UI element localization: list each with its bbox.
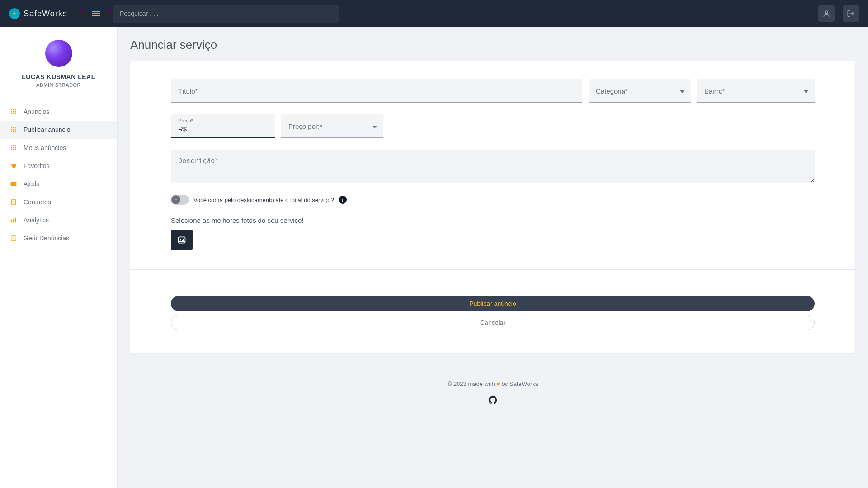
add-photo-button[interactable]: [171, 230, 193, 250]
chevron-down-icon: [804, 87, 808, 95]
github-link[interactable]: [487, 394, 498, 405]
sidebar-item-label: Contratos: [24, 198, 51, 206]
sidebar-item-contratos[interactable]: Contratos: [0, 193, 117, 211]
svg-point-3: [825, 11, 828, 14]
svg-rect-2: [92, 15, 100, 16]
divider: [130, 269, 855, 270]
chart-icon: [10, 216, 17, 224]
svg-rect-11: [11, 113, 12, 114]
github-icon: [488, 395, 498, 405]
svg-rect-18: [13, 129, 14, 131]
svg-rect-15: [13, 127, 14, 128]
titulo-input[interactable]: [171, 79, 582, 102]
logout-icon: [847, 9, 855, 18]
sidebar-item-denuncias[interactable]: Gerir Denúncias: [0, 229, 117, 247]
profile-button[interactable]: [818, 5, 835, 22]
flag-icon: [10, 235, 17, 242]
profile-role: ADMINISTRADOR: [9, 82, 108, 88]
svg-rect-38: [13, 219, 14, 222]
toggle-knob: [171, 195, 180, 204]
sidebar-item-label: Analytics: [24, 216, 49, 224]
svg-rect-17: [11, 129, 12, 131]
cancel-button[interactable]: Cancelar: [171, 315, 815, 330]
profile-block: LUCAS KUSMAN LEAL ADMINISTRADOR: [0, 27, 117, 99]
sidebar-item-label: Anúncios: [24, 108, 50, 115]
svg-rect-0: [92, 11, 100, 12]
bairro-select[interactable]: Bairro*: [697, 79, 815, 103]
page-title: Anunciar serviço: [130, 38, 855, 52]
user-icon: [822, 9, 830, 18]
sidebar: LUCAS KUSMAN LEAL ADMINISTRADOR Anúncios…: [0, 27, 118, 425]
brand-name: SafeWorks: [24, 9, 67, 19]
search-input[interactable]: [113, 5, 339, 23]
sidebar-item-favoritos[interactable]: Favoritos: [0, 157, 117, 175]
svg-rect-37: [11, 220, 12, 222]
titulo-field[interactable]: Título*: [171, 79, 582, 103]
profile-name: LUCAS KUSMAN LEAL: [9, 73, 108, 80]
sidebar-item-label: Favoritos: [24, 162, 50, 169]
categoria-select[interactable]: Categoria*: [589, 79, 691, 103]
sidebar-item-meus[interactable]: Meus anúncios: [0, 139, 117, 157]
svg-rect-13: [15, 113, 16, 114]
svg-rect-25: [15, 145, 16, 146]
info-icon[interactable]: i: [339, 196, 347, 204]
svg-rect-1: [92, 13, 100, 14]
deslocamento-label: Você cobra pelo deslocamento até o local…: [193, 197, 334, 203]
footer-prefix: © 2023 made with: [448, 380, 497, 387]
sidebar-item-ajuda[interactable]: Ajuda: [0, 175, 117, 193]
svg-rect-32: [11, 182, 16, 186]
preco-field[interactable]: Preço*: [171, 114, 275, 138]
publish-button[interactable]: Publicar anúncio: [171, 296, 815, 311]
logout-button[interactable]: [843, 5, 859, 22]
image-icon: [177, 235, 186, 244]
preco-input[interactable]: [171, 114, 275, 137]
svg-rect-28: [15, 147, 16, 149]
brand-logo[interactable]: SafeWorks: [9, 8, 86, 19]
deslocamento-row: Você cobra pelo deslocamento até o local…: [171, 195, 815, 205]
svg-rect-29: [11, 149, 12, 150]
svg-rect-21: [13, 131, 14, 132]
descricao-textarea[interactable]: [171, 150, 815, 183]
document-icon: [10, 198, 17, 206]
heart-icon: [10, 162, 17, 169]
svg-rect-10: [15, 111, 16, 113]
main-content: Anunciar serviço Título* Categoria* Bair…: [118, 27, 868, 425]
svg-rect-24: [13, 145, 14, 146]
precopor-select[interactable]: Preço por:*: [281, 114, 383, 138]
photos-title: Selecione as melhores fotos do seu servi…: [171, 216, 815, 224]
categoria-label: Categoria*: [596, 87, 628, 94]
sidebar-item-label: Meus anúncios: [24, 144, 66, 151]
svg-rect-7: [15, 109, 16, 110]
hamburger-icon: [92, 9, 100, 18]
sidebar-item-anuncios[interactable]: Anúncios: [0, 103, 117, 121]
sidebar-item-label: Publicar anúncio: [24, 126, 71, 133]
footer-brand-link[interactable]: SafeWorks: [509, 380, 538, 387]
sidebar-item-analytics[interactable]: Analytics: [0, 211, 117, 229]
mail-icon: [10, 180, 17, 188]
svg-rect-30: [13, 149, 14, 150]
chevron-down-icon: [680, 87, 684, 95]
sidebar-item-label: Gerir Denúncias: [24, 235, 69, 242]
svg-rect-6: [13, 109, 14, 110]
svg-rect-22: [15, 131, 16, 132]
avatar[interactable]: [45, 40, 72, 67]
svg-rect-19: [15, 129, 16, 131]
form-card: Título* Categoria* Bairro* Preço*: [130, 61, 855, 353]
descricao-field[interactable]: [171, 150, 815, 183]
svg-rect-9: [13, 111, 14, 113]
svg-rect-26: [11, 147, 12, 149]
grid-icon: [10, 126, 17, 133]
sidebar-nav: Anúncios Publicar anúncio Meus anúncios …: [0, 99, 117, 247]
sidebar-item-publicar[interactable]: Publicar anúncio: [0, 121, 117, 139]
footer-mid: by: [500, 380, 509, 387]
menu-toggle-button[interactable]: [88, 5, 104, 22]
grid-icon: [10, 108, 17, 115]
svg-rect-12: [13, 113, 14, 114]
svg-rect-14: [11, 127, 12, 128]
svg-rect-5: [11, 109, 12, 110]
precopor-label: Preço por:*: [288, 122, 322, 130]
heart-icon: ♥: [496, 380, 500, 387]
deslocamento-toggle[interactable]: [171, 195, 189, 205]
svg-rect-23: [11, 145, 12, 146]
svg-rect-27: [13, 147, 14, 149]
